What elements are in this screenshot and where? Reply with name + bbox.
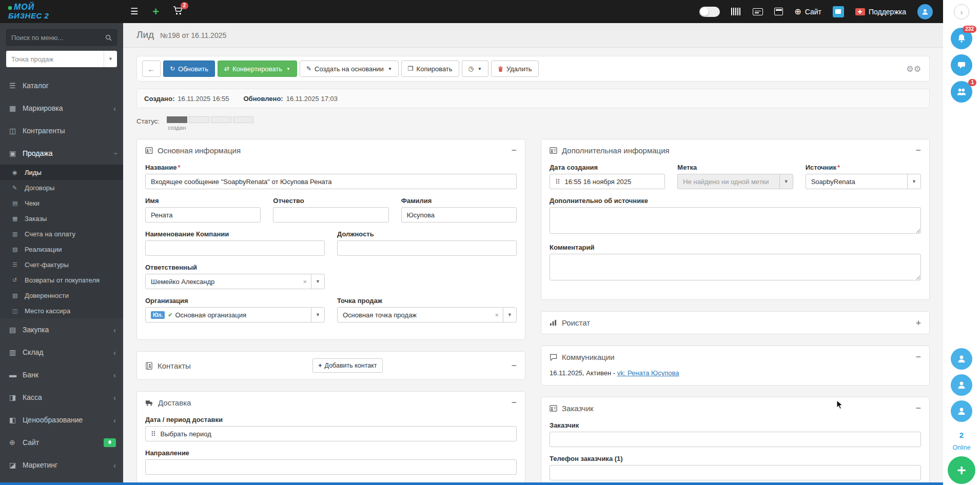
required-marker: *: [837, 164, 840, 171]
sidebar-item-receipts[interactable]: ▤Чеки: [0, 195, 123, 211]
support-link[interactable]: Поддержка: [855, 8, 906, 16]
add-contact-button[interactable]: + Добавить контакт: [312, 358, 382, 373]
notifications-button[interactable]: 232: [951, 28, 972, 49]
delivery-period-input[interactable]: ⠿ Выбрать период: [145, 426, 517, 441]
comment-textarea[interactable]: [550, 254, 921, 280]
status-segment-2[interactable]: [189, 116, 209, 123]
required-marker: *: [178, 164, 180, 171]
orders-icon: ▦: [12, 215, 25, 222]
source-select[interactable]: SoapbyRenata ▼: [806, 174, 921, 189]
person-icon: [956, 380, 967, 390]
sidebar-item-site[interactable]: ⊕ Сайт: [0, 431, 123, 454]
name-input[interactable]: [145, 174, 517, 189]
company-input[interactable]: [145, 240, 325, 256]
sidebar-item-returns[interactable]: ↺Возвраты от покупателя: [0, 272, 123, 288]
site-link[interactable]: ⊕ Сайт: [794, 7, 821, 16]
cash-icon: ◨: [9, 393, 23, 401]
copy-button[interactable]: ❐ Копировать: [401, 60, 459, 77]
user-profile-icon[interactable]: [917, 4, 933, 19]
menu-search[interactable]: [6, 29, 117, 46]
menu-search-input[interactable]: [11, 34, 105, 42]
logo[interactable]: МОЙ БИЗНЕС 2: [0, 3, 123, 20]
sales-point-select[interactable]: Основная точка продаж × ▼: [337, 307, 517, 322]
sidebar-item-bank[interactable]: ▬ Банк ‹: [0, 363, 123, 386]
status-progress[interactable]: создан: [167, 116, 253, 131]
clear-icon[interactable]: ×: [299, 278, 311, 286]
sales-icon: ▣: [9, 149, 23, 157]
middle-name-input[interactable]: [273, 207, 388, 223]
customer-header: Заказчик −: [541, 397, 929, 419]
online-user-avatar[interactable]: [951, 400, 972, 422]
online-user-avatar[interactable]: [951, 348, 972, 370]
vk-contact-link[interactable]: vk: Рената Юсупова: [617, 369, 679, 377]
sidebar-item-cashier-place[interactable]: ◫Место кассира: [0, 303, 123, 318]
organization-select[interactable]: Юл. ✔ Основная организация ▼: [145, 307, 325, 322]
expand-icon[interactable]: +: [916, 318, 921, 327]
sidebar-item-vat-invoices[interactable]: ☰Счет-фактуры: [0, 257, 123, 272]
theme-toggle[interactable]: [699, 7, 720, 17]
sidebar-item-poa[interactable]: ▧Доверенности: [0, 288, 123, 303]
responsible-select[interactable]: Шемейко Александр × ▼: [145, 274, 325, 289]
sidebar-item-cash[interactable]: ◨ Касса ‹: [0, 386, 123, 409]
sidebar-item-marketing[interactable]: ◪ Маркетинг ‹: [0, 454, 123, 476]
status-segment-3[interactable]: [211, 116, 231, 123]
source-extra-textarea[interactable]: [550, 207, 921, 234]
back-button[interactable]: ←: [142, 60, 161, 77]
status-segment-1[interactable]: [167, 116, 187, 123]
direction-input[interactable]: [145, 459, 517, 475]
customer-input[interactable]: [550, 432, 921, 447]
clear-icon[interactable]: ×: [491, 311, 503, 319]
convert-button[interactable]: ⇄ Конвертировать ▼: [218, 60, 297, 77]
customer-phone-input[interactable]: [550, 465, 921, 480]
settings-gear-icon[interactable]: ⚙⚙: [903, 64, 924, 74]
sidebar-item-warehouse[interactable]: ▥ Склад ‹: [0, 341, 123, 363]
sidebar-item-marking[interactable]: ▦ Маркировка ‹: [0, 97, 123, 119]
first-name-input[interactable]: [145, 207, 261, 223]
refresh-button[interactable]: ↻ Обновить: [163, 60, 215, 77]
hamburger-menu-icon[interactable]: ☰: [123, 0, 145, 23]
collapse-icon[interactable]: −: [512, 361, 517, 370]
chevron-left-icon: ‹: [113, 393, 116, 402]
site-status-badge: [104, 438, 116, 447]
add-widget-button[interactable]: +: [948, 456, 975, 484]
tag-select[interactable]: Не найдено ни одной метки ▼: [677, 174, 793, 189]
apps-icon[interactable]: [833, 6, 844, 17]
sidebar-item-sales[interactable]: ▣ Продажа ‹: [0, 142, 123, 165]
online-user-avatar[interactable]: [951, 374, 972, 396]
collapse-icon[interactable]: −: [916, 353, 921, 361]
collapse-icon[interactable]: −: [916, 146, 921, 155]
sales-point-select[interactable]: Точка продаж ▼: [6, 51, 117, 67]
sidebar-item-contractors[interactable]: ◫ Контрагенты: [0, 119, 123, 142]
collapse-icon[interactable]: −: [512, 146, 517, 155]
collapse-icon[interactable]: −: [512, 398, 517, 407]
sidebar-item-realizations[interactable]: ▨Реализации: [0, 241, 123, 257]
create-from-button[interactable]: ✎ Создать на основании ▼: [300, 60, 399, 77]
calendar-icon[interactable]: [774, 8, 783, 15]
barcode-icon[interactable]: [731, 8, 741, 15]
creation-date-input[interactable]: ⠿ 16:55 16 ноября 2025: [550, 174, 665, 189]
sidebar-item-leads[interactable]: ◉Лиды: [0, 165, 123, 180]
documents-icon[interactable]: [753, 8, 763, 15]
status-segment-4[interactable]: [233, 116, 253, 123]
collapse-rail-icon[interactable]: ›: [954, 4, 969, 19]
logo-accent: [8, 6, 12, 10]
sidebar-item-purchase[interactable]: ▤ Закупка ‹: [0, 318, 123, 341]
sidebar-item-catalog[interactable]: ☰ Каталог: [0, 74, 123, 97]
messages-icon: [956, 60, 967, 70]
position-field: Должность: [337, 230, 517, 256]
sidebar-item-contracts[interactable]: ✎Договоры: [0, 180, 123, 195]
position-input[interactable]: [337, 240, 517, 256]
site-label: Сайт: [805, 8, 821, 16]
sidebar-item-invoices[interactable]: ▥Счета на оплату: [0, 226, 123, 241]
deals-button[interactable]: 1: [951, 81, 972, 103]
messages-button[interactable]: [951, 54, 972, 76]
sidebar-item-pricing[interactable]: ◧ Ценообразование ‹: [0, 409, 123, 431]
quick-add-button[interactable]: +: [145, 0, 166, 23]
last-name-input[interactable]: [401, 207, 517, 223]
collapse-icon[interactable]: −: [916, 404, 921, 413]
history-button[interactable]: ◷ ▼: [462, 60, 488, 77]
cart-icon[interactable]: 2: [166, 0, 189, 23]
delete-button[interactable]: Удалить: [491, 60, 539, 77]
check-icon: ✔: [168, 312, 172, 318]
sidebar-item-orders[interactable]: ▦Заказы: [0, 211, 123, 226]
